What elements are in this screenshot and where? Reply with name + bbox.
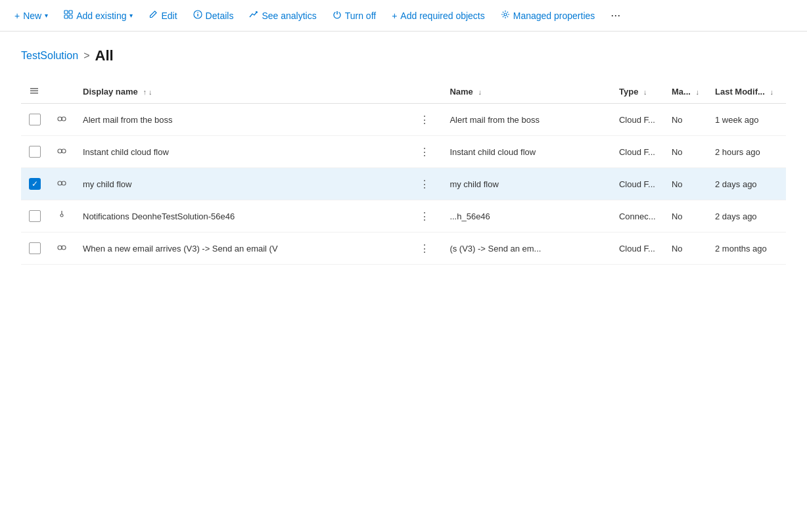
row3-context-trigger[interactable]: ⋮ [407, 168, 442, 200]
svg-rect-2 [64, 15, 68, 18]
row5-name: (s (V3) -> Send an em... [442, 233, 611, 265]
row1-type-icon [49, 104, 75, 136]
row1-context-trigger[interactable]: ⋮ [407, 104, 442, 136]
svg-point-11 [58, 117, 62, 121]
row2-type: Cloud F... [611, 136, 664, 168]
breadcrumb-parent[interactable]: TestSolution [21, 50, 78, 62]
table-row: When a new email arrives (V3) -> Send an… [21, 233, 786, 265]
row2-display-name[interactable]: Instant child cloud flow [75, 136, 407, 168]
table-wrapper: Display name ↑ ↓ Name ↓ Type ↓ Ma... ↓ [21, 80, 786, 265]
row4-display-name[interactable]: Notifications DeonheTestSolution-56e46 [75, 200, 407, 233]
items-table: Display name ↑ ↓ Name ↓ Type ↓ Ma... ↓ [21, 80, 786, 265]
add-existing-button[interactable]: Add existing ▾ [57, 6, 139, 25]
new-button[interactable]: + New ▾ [8, 7, 55, 25]
name-sort-icon: ↓ [478, 88, 482, 96]
managed-properties-icon [501, 10, 510, 21]
edit-icon [149, 10, 158, 21]
see-analytics-toolbar-button[interactable]: See analytics [242, 6, 323, 25]
see-analytics-toolbar-icon [249, 10, 258, 21]
row4-modified: 2 days ago [707, 200, 786, 233]
svg-point-12 [62, 117, 66, 121]
th-name[interactable]: Name ↓ [442, 80, 611, 104]
row3-checkbox[interactable]: ✓ [29, 178, 41, 190]
svg-rect-8 [30, 88, 38, 89]
svg-point-15 [62, 149, 66, 153]
add-required-label: Add required objects [400, 11, 484, 21]
row3-ellipsis-btn[interactable]: ⋮ [415, 175, 434, 193]
row1-ellipsis-btn[interactable]: ⋮ [415, 110, 434, 129]
row2-managed: No [664, 136, 707, 168]
row1-modified: 1 week ago [707, 104, 786, 136]
row4-context-trigger[interactable]: ⋮ [407, 200, 442, 233]
content-area: TestSolution > All Display name ↑ ↓ [0, 32, 807, 280]
row2-type-icon [49, 136, 75, 168]
row2-checkbox[interactable] [29, 146, 41, 158]
new-icon: + [14, 11, 20, 21]
row2-checkbox-cell[interactable] [21, 136, 49, 168]
row2-name: Instant child cloud flow [442, 136, 611, 168]
see-analytics-toolbar-label: See analytics [262, 11, 316, 21]
row3-type-icon [49, 168, 75, 200]
turn-off-toolbar-button[interactable]: Turn off [326, 6, 382, 25]
svg-rect-9 [30, 91, 38, 92]
svg-point-17 [58, 181, 62, 185]
table-row: Notifications DeonheTestSolution-56e46 ⋮… [21, 200, 786, 233]
column-sort-icon [29, 88, 39, 98]
turn-off-toolbar-label: Turn off [345, 11, 376, 21]
table-row: Instant child cloud flow ⋮ Instant child… [21, 136, 786, 168]
edit-label: Edit [161, 11, 177, 21]
breadcrumb-current: All [95, 47, 114, 64]
row4-checkbox[interactable] [29, 210, 41, 222]
svg-point-14 [58, 149, 62, 153]
breadcrumb-separator: > [83, 50, 89, 62]
row1-display-name[interactable]: Alert mail from the boss [75, 104, 407, 136]
svg-rect-3 [69, 15, 72, 18]
row2-modified: 2 hours ago [707, 136, 786, 168]
svg-point-22 [58, 246, 62, 250]
row5-checkbox[interactable] [29, 242, 41, 254]
row5-ellipsis-btn[interactable]: ⋮ [415, 239, 434, 257]
display-name-sort-icon: ↑ ↓ [143, 88, 152, 96]
add-required-button[interactable]: + Add required objects [385, 7, 492, 25]
svg-point-21 [60, 214, 63, 217]
more-button[interactable]: ··· [604, 5, 627, 26]
row5-managed: No [664, 233, 707, 265]
row5-checkbox-cell[interactable] [21, 233, 49, 265]
svg-rect-1 [69, 11, 72, 14]
add-existing-label: Add existing [76, 11, 126, 21]
svg-point-18 [62, 181, 66, 185]
row1-checkbox[interactable] [29, 114, 41, 125]
row5-type: Cloud F... [611, 233, 664, 265]
type-sort-icon: ↓ [643, 88, 647, 96]
th-managed[interactable]: Ma... ↓ [664, 80, 707, 104]
svg-rect-10 [30, 93, 38, 94]
edit-button[interactable]: Edit [142, 6, 183, 25]
row2-ellipsis-btn[interactable]: ⋮ [415, 143, 434, 161]
table-row: ✓ my child flow ⋮ my child flow Cloud F.… [21, 168, 786, 200]
svg-point-7 [504, 13, 507, 16]
row2-context-trigger[interactable]: ⋮ [407, 136, 442, 168]
table-header-row: Display name ↑ ↓ Name ↓ Type ↓ Ma... ↓ [21, 80, 786, 104]
add-required-icon: + [392, 11, 397, 21]
details-button[interactable]: Details [187, 6, 241, 25]
th-last-modified[interactable]: Last Modif... ↓ [707, 80, 786, 104]
row3-checkbox-cell[interactable]: ✓ [21, 168, 49, 200]
row1-name: Alert mail from the boss [442, 104, 611, 136]
th-display-name[interactable]: Display name ↑ ↓ [75, 80, 407, 104]
row4-checkbox-cell[interactable] [21, 200, 49, 233]
row5-context-trigger[interactable]: ⋮ [407, 233, 442, 265]
row5-type-icon [49, 233, 75, 265]
row5-display-name[interactable]: When a new email arrives (V3) -> Send an… [75, 233, 407, 265]
details-label: Details [206, 11, 234, 21]
more-icon: ··· [611, 9, 620, 22]
th-type[interactable]: Type ↓ [611, 80, 664, 104]
row1-checkbox-cell[interactable] [21, 104, 49, 136]
row3-name: my child flow [442, 168, 611, 200]
row4-ellipsis-btn[interactable]: ⋮ [415, 207, 434, 225]
breadcrumb: TestSolution > All [21, 47, 786, 64]
svg-rect-0 [64, 11, 68, 14]
managed-properties-button[interactable]: Managed properties [494, 6, 602, 25]
row3-display-name[interactable]: my child flow [75, 168, 407, 200]
table-row: Alert mail from the boss ⋮ Alert mail fr… [21, 104, 786, 136]
row4-managed: No [664, 200, 707, 233]
